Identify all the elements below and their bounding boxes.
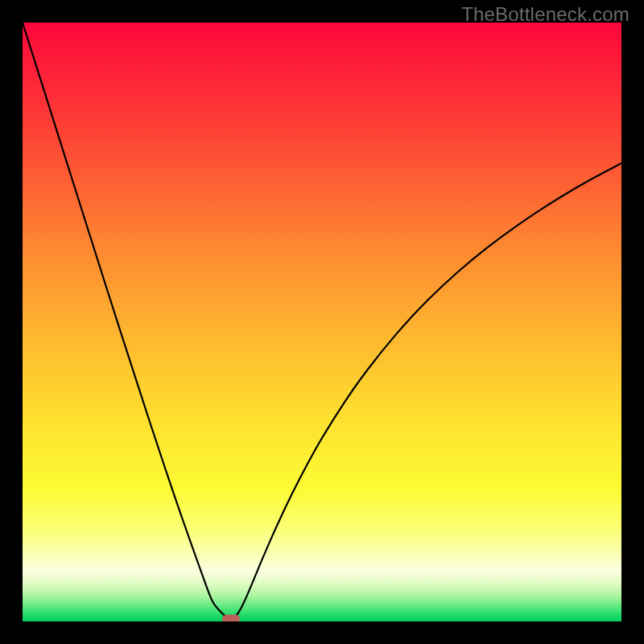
watermark-text: TheBottleneck.com bbox=[461, 3, 630, 26]
gradient-background bbox=[23, 23, 621, 621]
min-marker bbox=[222, 615, 240, 621]
chart-svg bbox=[23, 23, 621, 621]
plot-area bbox=[23, 23, 621, 621]
image-frame: TheBottleneck.com bbox=[0, 0, 644, 644]
